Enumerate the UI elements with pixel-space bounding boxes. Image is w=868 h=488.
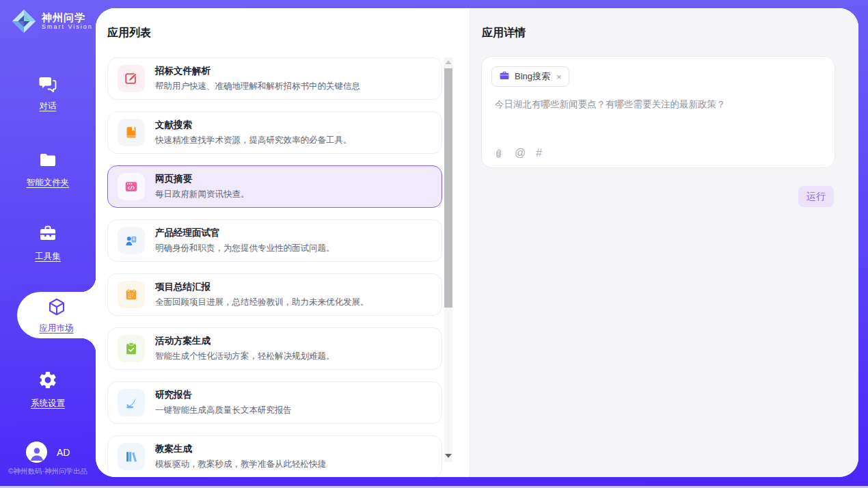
hash-icon[interactable]: # — [536, 147, 542, 159]
main-content-card: 应用列表 招标文件解析 帮助用户快速、准确地理解和解析招标书中的关键信息 — [96, 8, 858, 477]
app-item-title: 文献搜索 — [155, 119, 352, 131]
app-item-title: 网页摘要 — [155, 173, 249, 185]
app-window: 神州问学 Smart Vision 对话 智能文件夹 — [0, 0, 868, 488]
sidebar-item-label: 对话 — [40, 100, 57, 112]
sidebar: 神州问学 Smart Vision 对话 智能文件夹 — [0, 0, 96, 488]
app-list-pane: 应用列表 招标文件解析 帮助用户快速、准确地理解和解析招标书中的关键信息 — [96, 8, 470, 477]
tool-tag-label: Bing搜索 — [515, 70, 550, 83]
app-item-description: 明确身份和职责，为您提供专业性的面试问题。 — [155, 243, 335, 254]
sidebar-item-label: 应用市场 — [40, 323, 74, 334]
books-icon — [118, 443, 145, 470]
app-item-title: 产品经理面试官 — [155, 227, 335, 239]
prompt-toolbar: @ # — [493, 147, 542, 159]
app-list: 招标文件解析 帮助用户快速、准确地理解和解析招标书中的关键信息 文献搜索 — [107, 57, 442, 477]
tab-flare-bottom — [81, 338, 96, 353]
interviewer-icon — [118, 227, 145, 254]
copyright-footer: ©神州数码·神州问学出品 — [0, 467, 96, 476]
tab-flare-top — [81, 277, 96, 292]
user-account[interactable]: AD — [26, 442, 70, 463]
paperclip-icon[interactable] — [493, 148, 504, 159]
sidebar-item-settings[interactable]: 系统设置 — [0, 370, 96, 409]
scroll-down-arrow-icon[interactable] — [445, 454, 452, 458]
app-item-title: 招标文件解析 — [155, 65, 360, 77]
app-logo: 神州问学 Smart Vision — [11, 8, 93, 34]
app-item-description: 每日政府新闻资讯快查。 — [155, 189, 249, 200]
briefcase-icon — [499, 70, 510, 83]
cube-icon — [46, 297, 67, 320]
app-item-description: 一键智能生成高质量长文本研究报告 — [155, 405, 292, 416]
research-icon — [118, 389, 145, 416]
note-icon — [118, 281, 145, 308]
app-list-item-literature-search[interactable]: 文献搜索 快速精准查找学术资源，提高研究效率的必备工具。 — [107, 111, 442, 154]
prompt-input[interactable]: Bing搜索 × 今日湖北有哪些新闻要点？有哪些需要关注的最新政策？ @ # — [481, 56, 835, 168]
toolbox-icon — [38, 224, 57, 246]
sidebar-item-label: 工具集 — [35, 251, 61, 262]
sidebar-item-chat[interactable]: 对话 — [0, 74, 96, 112]
app-item-description: 帮助用户快速、准确地理解和解析招标书中的关键信息 — [155, 81, 360, 92]
user-avatar-icon — [26, 442, 47, 463]
user-initials: AD — [57, 447, 70, 458]
chat-icon — [38, 74, 57, 96]
book-icon — [118, 119, 145, 146]
sidebar-item-toolset[interactable]: 工具集 — [0, 224, 96, 262]
folder-icon — [38, 150, 57, 172]
app-item-description: 模板驱动，教案秒成，教学准备从此轻松快捷 — [155, 459, 326, 470]
app-item-title: 活动方案生成 — [155, 335, 335, 347]
scrollbar-thumb[interactable] — [444, 68, 452, 308]
app-list-item-event-plan[interactable]: 活动方案生成 智能生成个性化活动方案，轻松解决规划难题。 — [107, 327, 442, 370]
scroll-up-arrow-icon[interactable] — [445, 60, 452, 64]
app-item-title: 研究报告 — [155, 389, 292, 401]
list-scrollbar[interactable] — [444, 57, 452, 462]
app-detail-title: 应用详情 — [482, 26, 526, 40]
browser-code-icon — [118, 173, 145, 200]
run-button[interactable]: 运行 — [798, 186, 834, 207]
diamond-logo-icon — [11, 8, 37, 34]
app-item-description: 快速精准查找学术资源，提高研究效率的必备工具。 — [155, 135, 352, 146]
clipboard-check-icon — [118, 335, 145, 362]
sidebar-item-smart-folder[interactable]: 智能文件夹 — [0, 150, 96, 189]
app-list-item-pm-interviewer[interactable]: 产品经理面试官 明确身份和职责，为您提供专业性的面试问题。 — [107, 219, 442, 262]
app-item-description: 智能生成个性化活动方案，轻松解决规划难题。 — [155, 351, 335, 362]
app-list-item-lesson-plan[interactable]: 教案生成 模板驱动，教案秒成，教学准备从此轻松快捷 — [107, 435, 442, 477]
prompt-text[interactable]: 今日湖北有哪些新闻要点？有哪些需要关注的最新政策？ — [495, 98, 822, 111]
gear-icon — [38, 370, 58, 393]
app-item-title: 项目总结汇报 — [155, 281, 369, 293]
app-list-item-web-summary[interactable]: 网页摘要 每日政府新闻资讯快查。 — [107, 165, 442, 208]
sidebar-item-label: 系统设置 — [31, 398, 65, 409]
mention-icon[interactable]: @ — [515, 147, 526, 159]
app-item-title: 教案生成 — [155, 443, 326, 455]
sidebar-item-app-market[interactable]: 应用市场 — [17, 292, 96, 338]
pen-square-icon — [118, 65, 145, 92]
logo-subtitle: Smart Vision — [42, 23, 93, 31]
app-list-item-research-report[interactable]: 研究报告 一键智能生成高质量长文本研究报告 — [107, 381, 442, 424]
logo-title: 神州问学 — [42, 12, 93, 23]
close-icon[interactable]: × — [556, 72, 562, 82]
sidebar-item-label: 智能文件夹 — [27, 177, 70, 189]
app-item-description: 全面回顾项目进展，总结经验教训，助力未来优化发展。 — [155, 297, 369, 308]
app-list-title: 应用列表 — [107, 26, 151, 40]
tool-tag-bing-search[interactable]: Bing搜索 × — [491, 66, 569, 87]
app-list-item-project-summary[interactable]: 项目总结汇报 全面回顾项目进展，总结经验教训，助力未来优化发展。 — [107, 273, 442, 316]
app-detail-pane: 应用详情 Bing搜索 × 今日湖北有哪些新闻要点？有哪些需要关注的最新政策？ — [470, 8, 858, 477]
app-list-item-bid-parse[interactable]: 招标文件解析 帮助用户快速、准确地理解和解析招标书中的关键信息 — [107, 57, 442, 100]
